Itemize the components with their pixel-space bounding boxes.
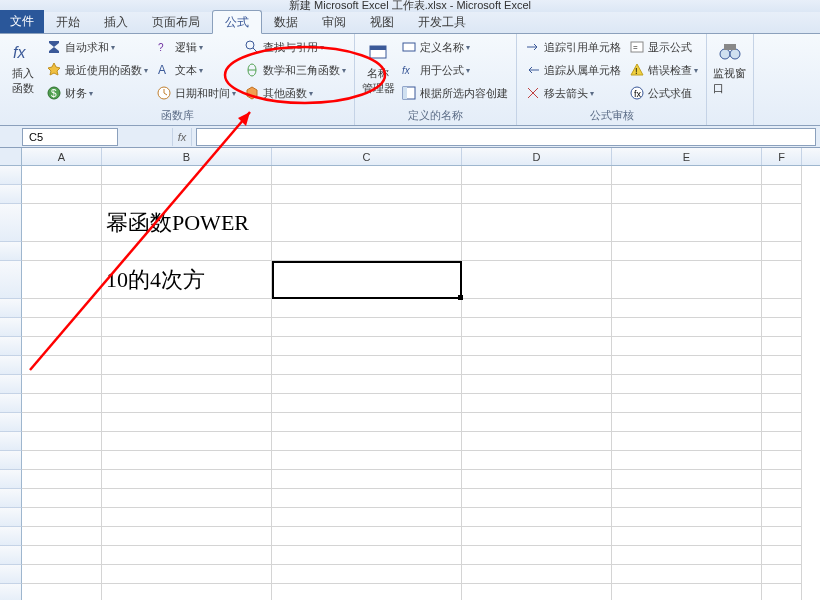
cell-D16[interactable] <box>462 489 612 508</box>
cell-A16[interactable] <box>22 489 102 508</box>
cell-B11[interactable] <box>102 394 272 413</box>
col-header-C[interactable]: C <box>272 148 462 165</box>
select-all-corner[interactable] <box>0 148 22 165</box>
cell-A15[interactable] <box>22 470 102 489</box>
cell-B13[interactable] <box>102 432 272 451</box>
cell-F19[interactable] <box>762 546 802 565</box>
cell-A21[interactable] <box>22 584 102 600</box>
cell-A12[interactable] <box>22 413 102 432</box>
cell-C10[interactable] <box>272 375 462 394</box>
cell-E5[interactable] <box>612 261 762 299</box>
row-header[interactable] <box>0 546 22 565</box>
cell-D6[interactable] <box>462 299 612 318</box>
remove-arrows-button[interactable]: 移去箭头▾ <box>523 82 623 104</box>
row-header[interactable] <box>0 565 22 584</box>
tab-file[interactable]: 文件 <box>0 10 44 33</box>
tab-data[interactable]: 数据 <box>262 11 310 33</box>
cell-F20[interactable] <box>762 565 802 584</box>
cell-F10[interactable] <box>762 375 802 394</box>
cell-F8[interactable] <box>762 337 802 356</box>
cell-F12[interactable] <box>762 413 802 432</box>
tab-formulas[interactable]: 公式 <box>212 10 262 34</box>
cell-D10[interactable] <box>462 375 612 394</box>
fx-button[interactable]: fx <box>172 128 192 146</box>
cell-E3[interactable] <box>612 204 762 242</box>
cell-C11[interactable] <box>272 394 462 413</box>
cell-F9[interactable] <box>762 356 802 375</box>
cell-E7[interactable] <box>612 318 762 337</box>
cell-D3[interactable] <box>462 204 612 242</box>
cell-B12[interactable] <box>102 413 272 432</box>
cell-A4[interactable] <box>22 242 102 261</box>
cell-F5[interactable] <box>762 261 802 299</box>
cell-F13[interactable] <box>762 432 802 451</box>
cell-A17[interactable] <box>22 508 102 527</box>
cell-A20[interactable] <box>22 565 102 584</box>
cell-E8[interactable] <box>612 337 762 356</box>
recent-functions-button[interactable]: 最近使用的函数▾ <box>44 59 150 81</box>
cell-D7[interactable] <box>462 318 612 337</box>
cell-D4[interactable] <box>462 242 612 261</box>
trace-dependents-button[interactable]: 追踪从属单元格 <box>523 59 623 81</box>
cell-F6[interactable] <box>762 299 802 318</box>
cell-C19[interactable] <box>272 546 462 565</box>
cell-E6[interactable] <box>612 299 762 318</box>
cell-E11[interactable] <box>612 394 762 413</box>
cell-E21[interactable] <box>612 584 762 600</box>
col-header-B[interactable]: B <box>102 148 272 165</box>
col-header-D[interactable]: D <box>462 148 612 165</box>
cell-B16[interactable] <box>102 489 272 508</box>
cell-C18[interactable] <box>272 527 462 546</box>
cell-F4[interactable] <box>762 242 802 261</box>
cell-B8[interactable] <box>102 337 272 356</box>
cell-C15[interactable] <box>272 470 462 489</box>
error-check-button[interactable]: !错误检查▾ <box>627 59 700 81</box>
row-header[interactable] <box>0 261 22 299</box>
cell-B10[interactable] <box>102 375 272 394</box>
row-header[interactable] <box>0 318 22 337</box>
cell-F17[interactable] <box>762 508 802 527</box>
datetime-button[interactable]: 日期和时间▾ <box>154 82 238 104</box>
cell-F2[interactable] <box>762 185 802 204</box>
col-header-A[interactable]: A <box>22 148 102 165</box>
cell-F1[interactable] <box>762 166 802 185</box>
cell-F18[interactable] <box>762 527 802 546</box>
cell-D12[interactable] <box>462 413 612 432</box>
cell-A8[interactable] <box>22 337 102 356</box>
cell-B14[interactable] <box>102 451 272 470</box>
row-header[interactable] <box>0 394 22 413</box>
cell-E15[interactable] <box>612 470 762 489</box>
lookup-button[interactable]: 查找与引用▾ <box>242 36 348 58</box>
cell-C16[interactable] <box>272 489 462 508</box>
tab-home[interactable]: 开始 <box>44 11 92 33</box>
spreadsheet-grid[interactable]: A B C D E F 幂函数POWER10的4次方 <box>0 148 820 600</box>
row-header[interactable] <box>0 166 22 185</box>
cell-A18[interactable] <box>22 527 102 546</box>
cell-D21[interactable] <box>462 584 612 600</box>
cell-F7[interactable] <box>762 318 802 337</box>
cell-B2[interactable] <box>102 185 272 204</box>
cell-E1[interactable] <box>612 166 762 185</box>
row-header[interactable] <box>0 470 22 489</box>
cell-C20[interactable] <box>272 565 462 584</box>
cell-A2[interactable] <box>22 185 102 204</box>
cell-F15[interactable] <box>762 470 802 489</box>
cell-D9[interactable] <box>462 356 612 375</box>
tab-view[interactable]: 视图 <box>358 11 406 33</box>
row-header[interactable] <box>0 375 22 394</box>
formula-bar[interactable] <box>196 128 816 146</box>
cell-F3[interactable] <box>762 204 802 242</box>
cell-A14[interactable] <box>22 451 102 470</box>
cell-B15[interactable] <box>102 470 272 489</box>
name-box[interactable]: C5 <box>22 128 118 146</box>
row-header[interactable] <box>0 337 22 356</box>
cell-A7[interactable] <box>22 318 102 337</box>
logical-button[interactable]: ?逻辑▾ <box>154 36 238 58</box>
row-header[interactable] <box>0 451 22 470</box>
col-header-E[interactable]: E <box>612 148 762 165</box>
cell-E9[interactable] <box>612 356 762 375</box>
cell-B5[interactable]: 10的4次方 <box>102 261 272 299</box>
cell-E13[interactable] <box>612 432 762 451</box>
cell-D20[interactable] <box>462 565 612 584</box>
row-header[interactable] <box>0 432 22 451</box>
